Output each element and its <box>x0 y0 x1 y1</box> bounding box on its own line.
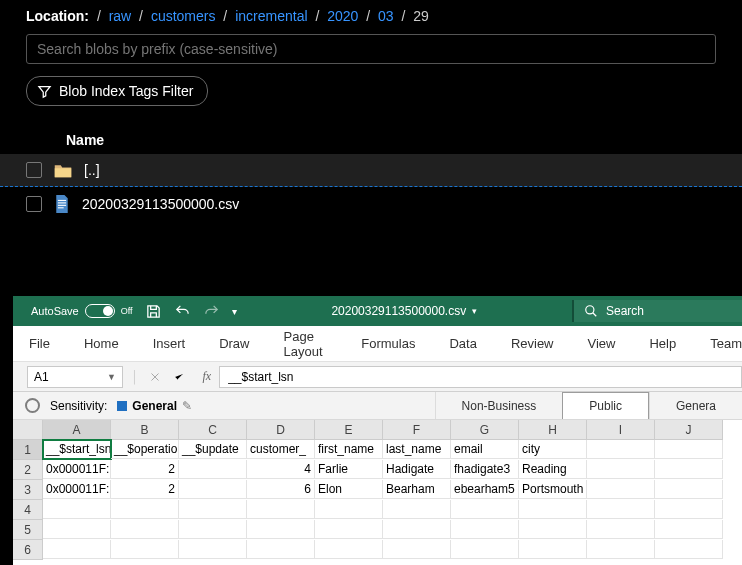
cell[interactable] <box>587 540 655 559</box>
cell[interactable] <box>43 520 111 539</box>
ribbon-tab[interactable]: View <box>588 336 616 351</box>
cell[interactable]: Elon <box>315 480 383 499</box>
cell[interactable] <box>451 540 519 559</box>
ribbon-tab[interactable]: File <box>29 336 50 351</box>
cell[interactable]: 0x000011F: <box>43 480 111 499</box>
cell[interactable] <box>587 520 655 539</box>
row-checkbox[interactable] <box>26 162 42 178</box>
cell[interactable]: Portsmouth <box>519 480 587 499</box>
save-icon[interactable] <box>145 303 162 320</box>
cell[interactable] <box>247 500 315 519</box>
ribbon-tab[interactable]: Draw <box>219 336 249 351</box>
cell[interactable]: last_name <box>383 440 451 459</box>
cell[interactable] <box>111 520 179 539</box>
cell[interactable] <box>519 540 587 559</box>
tell-me-search[interactable]: Search <box>572 300 742 322</box>
cell[interactable] <box>655 520 723 539</box>
cell[interactable] <box>655 440 723 459</box>
ribbon-tab[interactable]: Review <box>511 336 554 351</box>
cell[interactable] <box>587 480 655 499</box>
cell[interactable] <box>655 480 723 499</box>
row-header[interactable]: 4 <box>13 500 43 520</box>
column-header[interactable]: A <box>43 420 111 440</box>
column-header[interactable]: D <box>247 420 315 440</box>
cell[interactable] <box>247 540 315 559</box>
cell[interactable] <box>179 480 247 499</box>
breadcrumb-link[interactable]: 2020 <box>327 8 358 24</box>
cell[interactable] <box>587 460 655 479</box>
cell[interactable]: 6 <box>247 480 315 499</box>
enter-icon[interactable] <box>173 371 185 383</box>
breadcrumb-link[interactable]: customers <box>151 8 216 24</box>
cell[interactable] <box>383 500 451 519</box>
cell[interactable]: ebearham5 <box>451 480 519 499</box>
breadcrumb-link[interactable]: incremental <box>235 8 307 24</box>
sensitivity-chip[interactable]: Public <box>562 392 649 419</box>
cell[interactable]: 0x000011F: <box>43 460 111 479</box>
cell[interactable] <box>519 500 587 519</box>
cell[interactable] <box>519 520 587 539</box>
cell[interactable] <box>315 500 383 519</box>
tag-filter-button[interactable]: Blob Index Tags Filter <box>26 76 208 106</box>
row-header[interactable]: 3 <box>13 480 43 500</box>
cell[interactable]: Hadigate <box>383 460 451 479</box>
cell[interactable] <box>247 520 315 539</box>
row-header[interactable]: 6 <box>13 540 43 560</box>
column-header[interactable]: J <box>655 420 723 440</box>
cell[interactable]: Bearham <box>383 480 451 499</box>
sensitivity-value[interactable]: General ✎ <box>117 399 192 413</box>
cell[interactable]: customer_ <box>247 440 315 459</box>
cell[interactable] <box>383 540 451 559</box>
cell[interactable]: city <box>519 440 587 459</box>
parent-folder-row[interactable]: [..] <box>0 154 742 187</box>
cell[interactable] <box>655 460 723 479</box>
breadcrumb-link[interactable]: raw <box>109 8 132 24</box>
ribbon-tab[interactable]: Help <box>649 336 676 351</box>
cell[interactable]: Reading <box>519 460 587 479</box>
cell[interactable]: fhadigate3 <box>451 460 519 479</box>
cell[interactable] <box>179 540 247 559</box>
search-input[interactable] <box>26 34 716 64</box>
column-header[interactable]: I <box>587 420 655 440</box>
row-header[interactable]: 5 <box>13 520 43 540</box>
cell[interactable] <box>111 540 179 559</box>
column-header-name[interactable]: Name <box>0 106 742 154</box>
column-header[interactable]: F <box>383 420 451 440</box>
row-header[interactable]: 2 <box>13 460 43 480</box>
cell[interactable] <box>179 520 247 539</box>
fx-icon[interactable]: fx <box>195 369 220 384</box>
autosave-toggle[interactable]: AutoSave Off <box>31 304 133 318</box>
redo-icon[interactable] <box>203 303 220 320</box>
sensitivity-chip[interactable]: Non-Business <box>435 392 563 419</box>
ribbon-tab[interactable]: Team <box>710 336 742 351</box>
column-header[interactable]: E <box>315 420 383 440</box>
cell[interactable] <box>315 520 383 539</box>
pencil-icon[interactable]: ✎ <box>182 399 192 413</box>
cell[interactable] <box>587 440 655 459</box>
sensitivity-chip[interactable]: Genera <box>649 392 742 419</box>
ribbon-tab[interactable]: Insert <box>153 336 186 351</box>
ribbon-tab[interactable]: Page Layout <box>284 329 328 359</box>
row-checkbox[interactable] <box>26 196 42 212</box>
column-header[interactable]: H <box>519 420 587 440</box>
row-header[interactable]: 1 <box>13 440 43 460</box>
cell[interactable]: __$operation <box>111 440 179 459</box>
cancel-icon[interactable] <box>149 371 161 383</box>
cell[interactable] <box>587 500 655 519</box>
ribbon-tab[interactable]: Formulas <box>361 336 415 351</box>
cell[interactable] <box>111 500 179 519</box>
cell[interactable]: 4 <box>247 460 315 479</box>
cell[interactable] <box>179 500 247 519</box>
spreadsheet-grid[interactable]: ABCDEFGHIJ 1__$start_lsn__$operation__$u… <box>13 420 742 560</box>
column-header[interactable]: C <box>179 420 247 440</box>
cell[interactable] <box>179 460 247 479</box>
cell[interactable]: first_name <box>315 440 383 459</box>
cell[interactable] <box>43 500 111 519</box>
cell[interactable]: Farlie <box>315 460 383 479</box>
column-header[interactable]: G <box>451 420 519 440</box>
column-header[interactable]: B <box>111 420 179 440</box>
ribbon-tab[interactable]: Home <box>84 336 119 351</box>
undo-icon[interactable] <box>174 303 191 320</box>
cell[interactable]: __$update <box>179 440 247 459</box>
name-box[interactable]: A1▼ <box>27 366 123 388</box>
